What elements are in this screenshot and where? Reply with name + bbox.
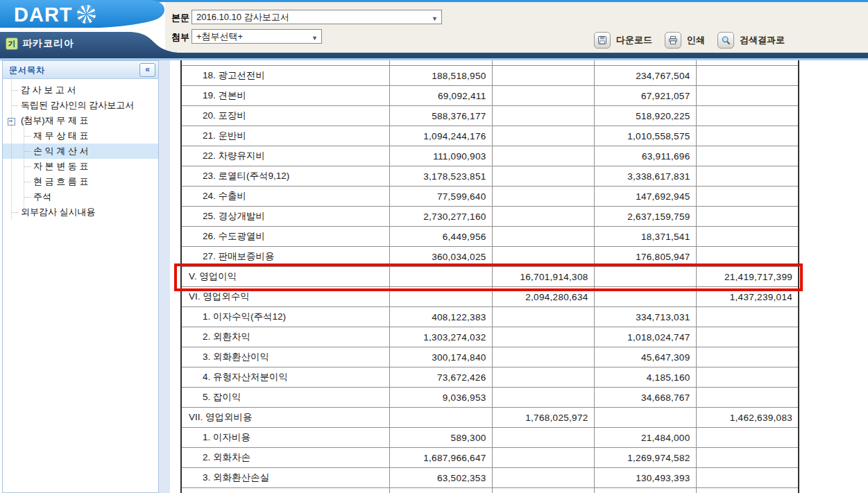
prior-detail-amount-cell (594, 287, 696, 307)
prior-detail-amount-cell (594, 267, 696, 287)
sidebar-title: 문서목차 (9, 64, 45, 76)
current-total-amount-cell (492, 367, 594, 388)
table-row (181, 60, 799, 66)
print-button[interactable] (665, 32, 681, 49)
table-row: 25. 경상개발비 2,730,277,160 2,637,159,759 (181, 207, 799, 227)
table-row: 3. 외화환산이익 300,174,840 45,647,309 (181, 347, 799, 367)
current-detail-amount-cell: 1,687,966,647 (389, 448, 492, 468)
current-detail-amount-cell (389, 60, 492, 66)
income-statement-body: 18. 광고선전비 188,518,950 234,767,504 19. 견본… (181, 60, 799, 493)
sidebar-tree-item[interactable]: 현 금 흐 름 표 (3, 174, 158, 189)
prior-detail-amount-cell: 1,269,974,582 (594, 448, 696, 468)
prior-detail-amount-cell: 2,637,159,759 (594, 207, 696, 227)
prior-total-amount-cell (696, 166, 799, 187)
sidebar-header: 문서목차 « (3, 61, 158, 79)
sidebar-tree-item[interactable]: 재 무 상 태 표 (3, 128, 158, 144)
account-label-cell: 25. 경상개발비 (181, 207, 389, 227)
sidebar-tree-item[interactable]: 손 익 계 산 서 (3, 144, 158, 159)
prior-total-amount-cell: 21,419,717,399 (696, 267, 799, 287)
sidebar-tree-item[interactable]: 자 본 변 동 표 (3, 159, 158, 174)
table-row: 3. 외화환산손실 63,502,353 130,493,393 (181, 468, 799, 488)
table-row: 1. 이자수익(주석12) 408,122,383 334,713,031 (181, 307, 799, 327)
prior-detail-amount-cell: 234,767,504 (594, 66, 696, 86)
current-detail-amount-cell: 300,174,840 (389, 347, 492, 367)
sidebar-collapse-button[interactable]: « (139, 63, 155, 77)
prior-detail-amount-cell: 3,338,617,831 (594, 166, 696, 187)
table-row: V. 영업이익 16,701,914,308 21,419,717,399 (181, 267, 799, 287)
account-label-cell: 19. 견본비 (181, 86, 389, 106)
sidebar-tree-item[interactable]: 감 사 보 고 서 (3, 83, 158, 98)
current-detail-amount-cell: 3,178,523,851 (389, 166, 492, 187)
attachment-select-value: +첨부선택+ (196, 31, 243, 42)
sidebar-tree-item[interactable]: (첨부)재 무 제 표 (3, 113, 158, 128)
prior-detail-amount-cell: 63,911,696 (594, 146, 696, 166)
account-label-cell: 21. 운반비 (181, 126, 389, 146)
current-total-amount-cell (492, 307, 594, 327)
account-label-cell: 4. 유형자산처분이익 (181, 367, 389, 388)
tree-item-label: 재 무 상 태 표 (33, 130, 88, 141)
prior-detail-amount-cell (594, 408, 696, 428)
account-label-cell: 18. 광고선전비 (181, 66, 389, 86)
prior-total-amount-cell (696, 448, 799, 468)
current-total-amount-cell: 1,768,025,972 (492, 408, 594, 428)
current-total-amount-cell (492, 66, 594, 86)
current-total-amount-cell (492, 468, 594, 488)
search-results-button-label[interactable]: 검색결과로 (740, 34, 785, 46)
current-total-amount-cell (492, 207, 594, 227)
prior-detail-amount-cell: 334,713,031 (594, 307, 696, 327)
tree-item-label: 현 금 흐 름 표 (33, 176, 88, 187)
dart-pinwheel-icon (77, 5, 96, 24)
current-total-amount-cell (492, 166, 594, 187)
attachment-select[interactable]: +첨부선택+ ▼ (192, 29, 322, 44)
sidebar-tree-item[interactable]: 주석 (3, 189, 158, 205)
prior-total-amount-cell (696, 247, 799, 267)
prior-total-amount-cell (696, 60, 799, 66)
prior-detail-amount-cell: 1,018,024,747 (594, 327, 696, 347)
main-document-label: 본문 (171, 12, 189, 24)
header: DART 기 파카코리아 본문 2016.10.10 감사보고서 ▼ 첨부 +첨… (0, 0, 868, 60)
current-total-amount-cell (492, 187, 594, 207)
table-row: 5. 잡이익 9,036,953 34,668,767 (181, 388, 799, 408)
current-total-amount-cell (492, 488, 594, 493)
tree-item-label: 주석 (33, 191, 51, 202)
table-row: 4. 유형자산처분이익 73,672,426 4,185,160 (181, 367, 799, 388)
printer-icon (668, 35, 678, 45)
current-detail-amount-cell: 408,122,383 (389, 307, 492, 327)
prior-detail-amount-cell: 21,484,000 (594, 428, 696, 448)
prior-total-amount-cell (696, 367, 799, 388)
account-label-cell: 26. 수도광열비 (181, 227, 389, 247)
prior-total-amount-cell (696, 347, 799, 367)
current-total-amount-cell (492, 388, 594, 408)
table-row: VII. 영업외비용 1,768,025,972 1,462,639,083 (181, 408, 799, 428)
prior-total-amount-cell (696, 327, 799, 347)
current-total-amount-cell (492, 86, 594, 106)
main-document-select[interactable]: 2016.10.10 감사보고서 ▼ (192, 10, 442, 24)
current-detail-amount-cell: 2,730,277,160 (389, 207, 492, 227)
prior-detail-amount-cell: 34,668,767 (594, 388, 696, 408)
table-row: 27. 판매보증비용 360,034,025 176,805,947 (181, 247, 799, 267)
prior-total-amount-cell (696, 126, 799, 146)
main-document-select-value: 2016.10.10 감사보고서 (196, 12, 289, 22)
account-label-cell: V. 영업이익 (181, 267, 389, 287)
print-button-label[interactable]: 인쇄 (687, 34, 705, 46)
prior-total-amount-cell (696, 187, 799, 207)
prior-total-amount-cell (696, 146, 799, 166)
current-detail-amount-cell: 6,449,956 (389, 227, 492, 247)
prior-total-amount-cell: 1,462,639,083 (696, 408, 799, 428)
sidebar-tree-item[interactable]: 독립된 감사인의 감사보고서 (3, 98, 158, 113)
account-label-cell: 1. 이자수익(주석12) (181, 307, 389, 327)
account-label-cell (181, 60, 389, 66)
account-label-cell: 20. 포장비 (181, 106, 389, 126)
company-tab: 기 파카코리아 (6, 37, 74, 50)
download-button[interactable] (594, 32, 611, 49)
current-detail-amount-cell: 111,090,903 (389, 146, 492, 166)
dart-logo[interactable]: DART (14, 3, 73, 26)
current-total-amount-cell (492, 428, 594, 448)
document-tree: 감 사 보 고 서 독립된 감사인의 감사보고서 (첨부)재 무 제 표 재 무… (3, 79, 158, 220)
prior-detail-amount-cell: 176,805,947 (594, 247, 696, 267)
document-viewer: 18. 광고선전비 188,518,950 234,767,504 19. 견본… (170, 60, 868, 493)
download-button-label[interactable]: 다운로드 (616, 34, 652, 46)
prior-detail-amount-cell: 518,920,225 (594, 106, 696, 126)
search-results-button[interactable] (717, 32, 734, 49)
sidebar-tree-item[interactable]: 외부감사 실시내용 (3, 205, 158, 220)
